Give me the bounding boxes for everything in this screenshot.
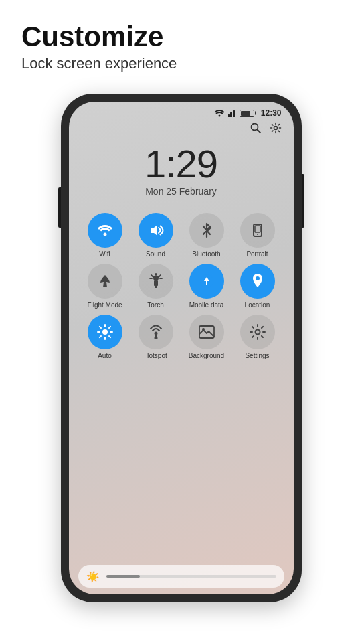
svg-line-30 bbox=[99, 336, 100, 337]
wifi-tile-icon[interactable] bbox=[88, 213, 122, 248]
svg-point-34 bbox=[255, 330, 260, 335]
tiles-row-3: Auto Hotspot bbox=[80, 315, 283, 360]
tile-hotspot[interactable]: Hotspot bbox=[133, 315, 179, 360]
svg-rect-13 bbox=[154, 280, 158, 286]
tile-sound[interactable]: Sound bbox=[133, 213, 179, 258]
svg-rect-2 bbox=[230, 112, 232, 117]
torch-tile-label: Torch bbox=[147, 301, 163, 309]
auto-tile-icon[interactable] bbox=[88, 315, 122, 349]
svg-rect-11 bbox=[255, 226, 260, 232]
svg-point-31 bbox=[154, 332, 157, 335]
svg-point-8 bbox=[103, 233, 106, 236]
status-bar: 12:30 bbox=[69, 102, 294, 118]
tiles-row-2: Flight Mode bbox=[80, 264, 283, 309]
brightness-icon: ☀️ bbox=[86, 570, 100, 583]
cell-signal-icon bbox=[228, 109, 237, 117]
phone-screen: 12:30 1:29 Mon 25 February bbox=[69, 102, 294, 594]
hotspot-tile-icon[interactable] bbox=[139, 315, 173, 349]
flight-mode-tile-icon[interactable] bbox=[88, 264, 122, 299]
brightness-fill bbox=[106, 575, 141, 578]
svg-line-16 bbox=[151, 275, 153, 276]
location-tile-icon[interactable] bbox=[240, 264, 275, 299]
bluetooth-tile-icon[interactable] bbox=[189, 213, 224, 248]
portrait-tile-label: Portrait bbox=[246, 250, 268, 258]
svg-point-12 bbox=[257, 234, 258, 235]
svg-point-33 bbox=[202, 328, 205, 331]
page-header: Customize Lock screen experience bbox=[0, 0, 362, 83]
clock-section: 1:29 Mon 25 February bbox=[69, 134, 294, 202]
tile-location[interactable]: Location bbox=[235, 264, 280, 309]
svg-line-27 bbox=[99, 327, 100, 328]
svg-line-28 bbox=[109, 336, 110, 337]
svg-line-17 bbox=[159, 275, 161, 276]
settings-tile-icon[interactable] bbox=[240, 315, 275, 349]
brightness-track[interactable] bbox=[106, 575, 276, 578]
phone-mockup: 12:30 1:29 Mon 25 February bbox=[61, 94, 302, 602]
battery-icon bbox=[240, 110, 254, 117]
torch-tile-icon[interactable] bbox=[139, 264, 173, 299]
svg-marker-9 bbox=[151, 225, 157, 236]
tile-auto[interactable]: Auto bbox=[82, 315, 128, 360]
page-subtitle: Lock screen experience bbox=[21, 55, 341, 72]
top-action-icons bbox=[69, 118, 294, 134]
auto-tile-label: Auto bbox=[98, 352, 112, 360]
brightness-bar[interactable]: ☀️ bbox=[78, 565, 284, 588]
tile-torch[interactable]: Torch bbox=[133, 264, 179, 309]
svg-rect-14 bbox=[155, 286, 157, 288]
settings-tile-label: Settings bbox=[245, 352, 269, 360]
sound-tile-label: Sound bbox=[146, 250, 165, 258]
sound-tile-icon[interactable] bbox=[139, 213, 173, 248]
svg-rect-4 bbox=[236, 113, 237, 117]
status-icons bbox=[214, 109, 254, 117]
tile-flight-mode[interactable]: Flight Mode bbox=[82, 264, 128, 309]
svg-rect-1 bbox=[228, 114, 230, 117]
svg-point-21 bbox=[256, 276, 260, 280]
tile-wifi[interactable]: Wifi bbox=[82, 213, 128, 258]
status-time: 12:30 bbox=[261, 108, 282, 118]
mobile-data-tile-icon[interactable] bbox=[189, 264, 224, 299]
svg-point-7 bbox=[274, 127, 277, 130]
portrait-tile-icon[interactable] bbox=[240, 213, 275, 248]
tile-portrait[interactable]: Portrait bbox=[235, 213, 280, 258]
search-icon[interactable] bbox=[250, 122, 262, 134]
background-tile-label: Background bbox=[189, 352, 224, 360]
svg-line-6 bbox=[257, 130, 260, 133]
svg-rect-3 bbox=[233, 110, 235, 117]
hotspot-tile-label: Hotspot bbox=[144, 352, 167, 360]
tile-bluetooth[interactable]: Bluetooth bbox=[184, 213, 230, 258]
settings-icon[interactable] bbox=[270, 122, 282, 134]
flight-mode-tile-label: Flight Mode bbox=[87, 301, 122, 309]
phone-frame: 12:30 1:29 Mon 25 February bbox=[61, 94, 302, 602]
tile-mobile-data[interactable]: Mobile data bbox=[184, 264, 230, 309]
tile-background[interactable]: Background bbox=[184, 315, 230, 360]
location-tile-label: Location bbox=[245, 301, 270, 309]
wifi-tile-label: Wifi bbox=[99, 250, 110, 258]
tiles-row-1: Wifi Sound bbox=[80, 213, 283, 258]
tiles-section: Wifi Sound bbox=[69, 202, 294, 557]
svg-point-0 bbox=[218, 115, 220, 117]
svg-line-29 bbox=[109, 327, 110, 328]
tile-settings[interactable]: Settings bbox=[235, 315, 280, 360]
background-tile-icon[interactable] bbox=[189, 315, 224, 349]
page-title: Customize bbox=[21, 21, 341, 52]
clock-date: Mon 25 February bbox=[145, 186, 217, 197]
svg-point-22 bbox=[102, 329, 108, 335]
mobile-data-tile-label: Mobile data bbox=[189, 301, 224, 309]
bluetooth-tile-label: Bluetooth bbox=[192, 250, 220, 258]
wifi-status-icon bbox=[214, 109, 225, 117]
clock-time: 1:29 bbox=[145, 145, 217, 183]
